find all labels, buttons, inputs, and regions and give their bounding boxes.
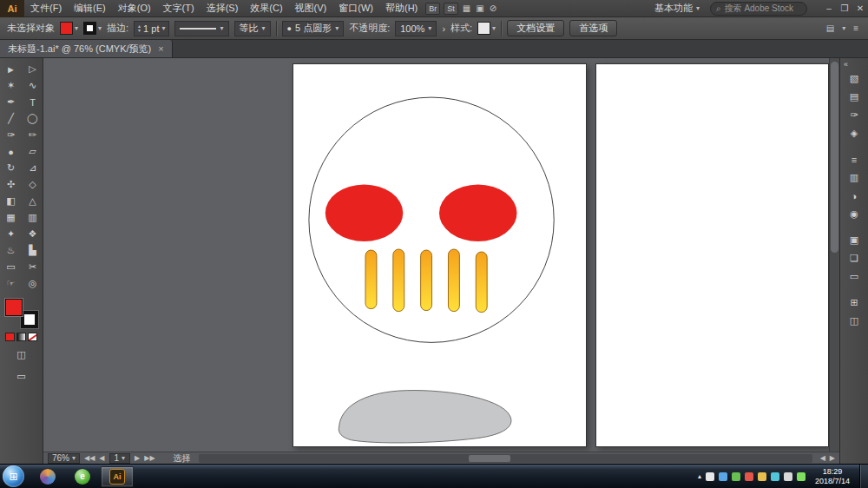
menu-type[interactable]: 文字(T) xyxy=(157,0,201,17)
appearance-panel-icon[interactable]: ◉ xyxy=(845,206,864,222)
bridge-button[interactable]: Br xyxy=(425,3,440,15)
scale-tool[interactable]: ⊿ xyxy=(23,160,43,176)
screen-mode-icon[interactable]: ▭ xyxy=(11,368,32,385)
horizontal-scrollbar[interactable] xyxy=(199,454,812,463)
pen-tool[interactable]: ✒ xyxy=(1,94,22,110)
opacity-select[interactable]: 100% ▾ xyxy=(395,21,437,36)
lasso-tool[interactable]: ∿ xyxy=(23,77,43,94)
document-setup-button[interactable]: 文档设置 xyxy=(507,20,564,36)
tray-status-icon[interactable] xyxy=(719,472,727,481)
width-tool[interactable]: ✣ xyxy=(1,176,22,193)
variable-width-profile-select[interactable]: ▾ xyxy=(174,21,228,36)
tray-status-icon[interactable] xyxy=(732,472,740,481)
stock-button[interactable]: St xyxy=(444,3,458,15)
vertical-scrollbar[interactable] xyxy=(829,58,839,452)
tray-status-icon[interactable] xyxy=(758,472,766,481)
vertical-scrollbar-thumb[interactable] xyxy=(831,62,838,253)
brushes-panel-icon[interactable]: ✑ xyxy=(845,107,864,123)
swatches-panel-icon[interactable]: ▤ xyxy=(845,89,864,105)
horizontal-scrollbar-thumb[interactable] xyxy=(469,455,510,462)
tooth-shape[interactable] xyxy=(393,249,404,312)
menu-edit[interactable]: 编辑(E) xyxy=(68,0,112,17)
first-artboard-button[interactable]: ◀◀ xyxy=(84,454,95,462)
width-profile-select[interactable]: 等比 ▾ xyxy=(234,21,271,36)
gradient-button[interactable] xyxy=(16,333,26,341)
menu-help[interactable]: 帮助(H) xyxy=(379,0,424,17)
stepper-down-icon[interactable]: ▾ xyxy=(138,29,141,33)
blob-brush-tool[interactable]: ● xyxy=(1,143,22,160)
stepper-arrows-icon[interactable]: ▴ ▾ xyxy=(138,24,141,33)
menu-object[interactable]: 对象(O) xyxy=(112,0,157,17)
mesh-tool[interactable]: ▦ xyxy=(1,209,22,226)
tray-status-icon[interactable] xyxy=(784,472,792,481)
free-transform-tool[interactable]: ◇ xyxy=(23,176,43,193)
prev-artboard-button[interactable]: ◀ xyxy=(99,454,104,462)
artboard-1[interactable] xyxy=(293,63,587,447)
style-swatch[interactable]: ▾ xyxy=(477,22,496,35)
document-tab[interactable]: 未标题-1.ai* @ 76% (CMYK/预览) × xyxy=(0,40,173,57)
artboards-panel-icon[interactable]: ▭ xyxy=(845,268,864,285)
stroke-panel-icon[interactable]: ≡ xyxy=(845,151,864,168)
stroke-swatch[interactable] xyxy=(21,311,38,328)
direct-selection-tool[interactable]: ▷ xyxy=(23,61,43,77)
tab-close-icon[interactable]: × xyxy=(158,43,163,54)
gradient-panel-icon[interactable]: ▥ xyxy=(845,169,864,186)
tray-status-icon[interactable] xyxy=(706,472,714,481)
last-artboard-button[interactable]: ▶▶ xyxy=(144,454,155,462)
paintbrush-tool[interactable]: ✑ xyxy=(1,127,22,143)
restore-button[interactable]: ❐ xyxy=(837,3,852,13)
panel-menu-icon[interactable]: ≡ xyxy=(853,23,858,33)
artboard-2[interactable] xyxy=(595,63,829,447)
menu-window[interactable]: 窗口(W) xyxy=(332,0,379,17)
slice-tool[interactable]: ✂ xyxy=(23,259,43,275)
ellipse-tool[interactable]: ◯ xyxy=(23,110,43,127)
canvas-area[interactable]: 76% ▾ ◀◀ ◀ 1 ▾ ▶ ▶▶ 选择 ◀ ▶ xyxy=(43,58,839,464)
scroll-left-icon[interactable]: ◀ xyxy=(820,454,825,462)
color-button[interactable] xyxy=(5,333,15,341)
gradient-tool[interactable]: ▥ xyxy=(23,209,43,226)
taskbar-clock[interactable]: 18:29 2018/7/14 xyxy=(815,467,850,486)
perspective-grid-tool[interactable]: △ xyxy=(23,193,43,209)
fill-swatch[interactable] xyxy=(5,299,23,316)
artboard-tool[interactable]: ▭ xyxy=(1,259,22,275)
taskbar-app-illustrator[interactable]: Ai xyxy=(101,466,134,487)
expand-panels-icon[interactable]: « xyxy=(844,60,848,69)
type-tool[interactable]: T xyxy=(23,94,43,110)
transparency-panel-icon[interactable]: ◑ xyxy=(845,188,864,204)
search-input[interactable] xyxy=(725,3,801,13)
align-panel-icon[interactable]: ⊞ xyxy=(845,294,864,311)
zoom-tool[interactable]: ◎ xyxy=(23,275,43,292)
close-button[interactable]: ✕ xyxy=(852,3,868,13)
eraser-tool[interactable]: ▱ xyxy=(23,143,43,160)
opacity-expander-icon[interactable]: › xyxy=(442,23,445,34)
chin-shape[interactable] xyxy=(339,391,511,443)
fill-stroke-widget[interactable] xyxy=(5,299,38,328)
menu-select[interactable]: 选择(S) xyxy=(201,0,245,17)
layers-panel-icon[interactable]: ❏ xyxy=(845,250,864,267)
layout-icon[interactable]: ▣ xyxy=(476,3,483,13)
hidden-icons-chevron[interactable]: ▴ xyxy=(698,472,701,480)
menu-effect[interactable]: 效果(C) xyxy=(244,0,288,17)
zoom-level-select[interactable]: 76% ▾ xyxy=(48,453,80,464)
fill-color-swatch[interactable]: ▾ xyxy=(60,22,78,35)
magic-wand-tool[interactable]: ✶ xyxy=(1,77,22,94)
arrange-documents-icon[interactable]: ▦ xyxy=(463,3,470,13)
color-panel-icon[interactable]: ▧ xyxy=(845,70,864,87)
scroll-right-icon[interactable]: ▶ xyxy=(830,454,835,462)
control-options-icon[interactable]: ▤ xyxy=(826,23,834,33)
right-eye-shape[interactable] xyxy=(439,184,516,241)
symbol-sprayer-tool[interactable]: ♨ xyxy=(1,242,22,259)
hand-tool[interactable]: ☞ xyxy=(1,275,22,292)
graphic-styles-panel-icon[interactable]: ▣ xyxy=(845,232,864,248)
eyedropper-tool[interactable]: ✦ xyxy=(1,226,22,242)
tray-status-icon[interactable] xyxy=(745,472,753,481)
column-graph-tool[interactable]: ▙ xyxy=(23,242,43,259)
stroke-color-swatch[interactable]: ▾ xyxy=(83,22,102,35)
menu-view[interactable]: 视图(V) xyxy=(289,0,333,17)
pencil-tool[interactable]: ✏ xyxy=(23,127,43,143)
drawing-mode-icon[interactable]: ◫ xyxy=(11,346,32,363)
tooth-shape[interactable] xyxy=(476,252,487,313)
tooth-shape[interactable] xyxy=(365,250,377,309)
workspace-switcher[interactable]: 基本功能 ▾ xyxy=(654,2,700,15)
show-desktop-button[interactable] xyxy=(859,465,868,488)
